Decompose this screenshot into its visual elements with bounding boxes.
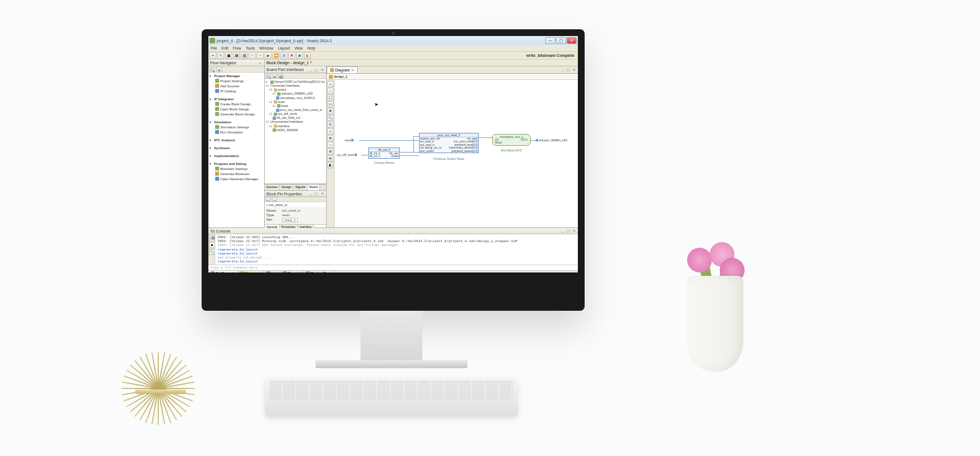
tree-ddr2[interactable]: DDR2_SDRAM bbox=[266, 128, 325, 132]
dtool-add-ip[interactable]: ⊕ bbox=[327, 135, 333, 141]
dtool-settings[interactable]: ⚙ bbox=[327, 149, 333, 155]
nav-generate-block-design[interactable]: Generate Block Design bbox=[210, 111, 263, 117]
btab-design-runs[interactable]: Design Runs bbox=[304, 271, 335, 272]
tcl-tool-search[interactable]: 🔍 bbox=[209, 249, 215, 255]
btab-reports[interactable]: Reports bbox=[280, 271, 304, 272]
tree-ext-reset-in[interactable]: proc_sys_reset_0/ext_reset_in bbox=[266, 108, 325, 112]
menu-flow[interactable]: Flow bbox=[233, 46, 241, 50]
tab-close-icon[interactable]: ✕ bbox=[351, 68, 354, 73]
dtool-zoom-in[interactable]: + bbox=[327, 81, 333, 87]
tool-stop[interactable]: ✖ bbox=[288, 52, 295, 59]
block-clk-wiz[interactable]: clk_wiz_0 clk_in1_pclk_out1 clk_in1_nloc… bbox=[368, 147, 400, 159]
block-design-canvas[interactable]: ➤ reset sys_diff_clock bbox=[335, 80, 578, 227]
nav-section-simulation[interactable]: Simulation bbox=[210, 120, 263, 124]
nav-tool-expand[interactable]: ≡ bbox=[216, 67, 222, 72]
wire-clock-in[interactable] bbox=[361, 155, 368, 155]
nav-section-implementation[interactable]: Implementation bbox=[210, 154, 263, 158]
tool-default-layout[interactable]: ◧ bbox=[304, 52, 311, 59]
panel-max-icon[interactable]: ▢ bbox=[314, 68, 319, 72]
dtool-color[interactable]: ◧ bbox=[327, 162, 333, 168]
tab-board[interactable]: Board bbox=[308, 185, 320, 190]
dtool-validate[interactable]: ✓ bbox=[327, 128, 333, 135]
wire-clk-to-psr[interactable] bbox=[413, 136, 419, 137]
tab-signals[interactable]: Signals bbox=[293, 185, 308, 190]
dtool-zoom-out[interactable]: − bbox=[327, 88, 333, 94]
nav-open-hw-manager[interactable]: Open Hardware Manager bbox=[210, 176, 263, 181]
ext-port-green-led[interactable]: onboard_GREEN_LED bbox=[535, 138, 567, 142]
nav-project-settings[interactable]: Project Settings bbox=[210, 78, 263, 83]
dtool-regenerate[interactable]: ↻ bbox=[327, 122, 333, 128]
src-tool-expand[interactable]: ≡ bbox=[272, 74, 277, 78]
tcl-tool-clear[interactable]: ⌫ bbox=[209, 235, 215, 242]
tool-paste[interactable]: ▥ bbox=[241, 52, 248, 59]
ext-port-sys-diff-clock[interactable]: sys_diff_clock bbox=[337, 153, 358, 157]
dtool-select[interactable]: ▭ bbox=[327, 101, 333, 108]
dtool-pan[interactable]: ✥ bbox=[327, 108, 333, 114]
src-tool-collapse[interactable]: ⊟ bbox=[278, 74, 283, 78]
tool-run[interactable]: ▶ bbox=[265, 52, 271, 59]
panel-collapse-icon[interactable]: « bbox=[258, 61, 262, 65]
nav-tool-search[interactable]: 🔍 bbox=[210, 67, 215, 72]
dtool-hierarchy[interactable]: ⊞ bbox=[327, 155, 333, 162]
close-button[interactable]: ✕ bbox=[567, 37, 577, 44]
maximize-button[interactable]: ▢ bbox=[556, 37, 566, 44]
btab-log[interactable]: Log bbox=[264, 271, 280, 272]
dtool-connect[interactable]: ↔ bbox=[327, 142, 333, 148]
tcl-command-input[interactable]: Type a Tcl command here bbox=[208, 265, 578, 270]
menu-window[interactable]: Window bbox=[259, 46, 273, 50]
nav-run-simulation[interactable]: Run Simulation bbox=[210, 129, 263, 135]
nav-section-synthesis[interactable]: Synthesis bbox=[210, 146, 263, 150]
tool-undo[interactable]: ↶ bbox=[249, 52, 256, 59]
tool-zoom[interactable]: ⊕ bbox=[296, 52, 303, 59]
nav-section-rtl-analysis[interactable]: RTL Analysis bbox=[210, 138, 263, 142]
menu-view[interactable]: View bbox=[294, 46, 302, 50]
wire-reset[interactable] bbox=[359, 140, 419, 141]
tree-board[interactable]: ▸Nexys4 DDR (xc7a100tcsg324-1) board bbox=[266, 80, 325, 84]
nav-add-sources[interactable]: Add Sources bbox=[210, 83, 263, 88]
tree-clk-in1[interactable]: clk_wiz_0/clk_in1 bbox=[266, 116, 325, 120]
btab-messages[interactable]: Messages bbox=[238, 271, 265, 272]
nav-simulation-settings[interactable]: Simulation Settings bbox=[210, 124, 263, 129]
tool-new[interactable]: ✦ bbox=[210, 52, 216, 59]
prop-tool-back[interactable]: ← bbox=[266, 197, 271, 202]
tool-copy[interactable]: ▤ bbox=[233, 52, 240, 59]
tree-interface[interactable]: ⊟interface bbox=[266, 124, 325, 128]
tool-settings[interactable]: ⚙ bbox=[280, 52, 287, 59]
menu-file[interactable]: File bbox=[211, 46, 217, 50]
nav-ip-catalog[interactable]: IP Catalog bbox=[210, 88, 263, 93]
tool-save[interactable]: ▣ bbox=[225, 52, 232, 59]
menu-edit[interactable]: Edit bbox=[221, 46, 228, 50]
panel-min-icon[interactable]: _ bbox=[309, 68, 313, 72]
tool-open[interactable]: ✎ bbox=[217, 52, 224, 59]
prop-tool-fwd[interactable]: → bbox=[272, 197, 277, 202]
window-titlebar[interactable]: project_6 - [D:/hw/2014.2/project_6/proj… bbox=[208, 36, 578, 45]
menu-tools[interactable]: Tools bbox=[246, 46, 255, 50]
panel-close-icon[interactable]: ✕ bbox=[320, 68, 324, 72]
nav-open-block-design[interactable]: Open Block Design bbox=[210, 106, 263, 111]
wire-clk-v[interactable] bbox=[413, 136, 414, 152]
menu-layout[interactable]: Layout bbox=[278, 46, 289, 50]
nav-section-project-manager[interactable]: Project Manager bbox=[210, 74, 263, 78]
nav-section-ip-integrator[interactable]: IP Integrator bbox=[210, 97, 263, 101]
tree-green-led[interactable]: ⊟onboard_GREEN_LED bbox=[266, 92, 325, 96]
tcl-console-output[interactable]: INFO: [Vivado 12-393] Launching SDK... I… bbox=[215, 234, 578, 265]
ext-port-reset[interactable]: reset bbox=[345, 138, 354, 142]
nav-create-block-design[interactable]: Create Block Design bbox=[210, 101, 263, 106]
nav-section-program-debug[interactable]: Program and Debug bbox=[210, 162, 263, 166]
tool-redo[interactable]: ↷ bbox=[257, 52, 264, 59]
tree-unconnected[interactable]: ⊟Unconnected Interfaces bbox=[266, 120, 325, 124]
minimize-button[interactable]: — bbox=[545, 37, 555, 44]
block-proc-sys-reset[interactable]: proc_sys_reset_0 slowest_sync_clkmb_rese… bbox=[419, 133, 479, 153]
nav-generate-bitstream[interactable]: Generate Bitstream bbox=[210, 171, 263, 176]
dtool-zoom-fit[interactable]: ⛶ bbox=[327, 95, 333, 101]
wire-led[interactable] bbox=[531, 140, 536, 141]
tree-connected[interactable]: ⊟Connected Interfaces bbox=[266, 84, 325, 88]
wire-clk-out[interactable] bbox=[400, 152, 419, 153]
wire-mbreset[interactable] bbox=[479, 137, 492, 138]
tab-design[interactable]: Design bbox=[280, 185, 293, 190]
tree-sys-diff-clock-grp[interactable]: ⊟sys_diff_clock bbox=[266, 112, 325, 116]
tool-run-all[interactable]: ⏩ bbox=[273, 52, 279, 59]
wire-locked[interactable] bbox=[400, 155, 419, 156]
tree-reset-grp[interactable]: ⊟reset bbox=[266, 100, 325, 104]
dtool-search[interactable]: 🔍 bbox=[327, 115, 333, 121]
